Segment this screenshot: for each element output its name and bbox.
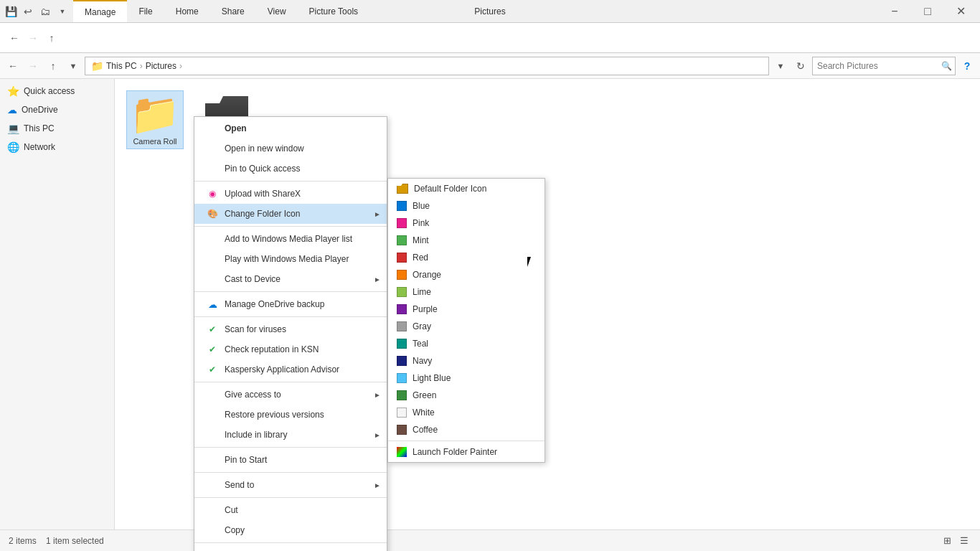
swatch-gray xyxy=(397,321,407,331)
address-dropdown-button[interactable]: ▼ xyxy=(772,57,789,75)
ribbon: ← → ↑ xyxy=(0,23,980,53)
cm-restore-icon xyxy=(206,408,219,421)
cm-open-new-window[interactable]: Open in new window xyxy=(194,138,387,159)
cm-open[interactable]: Open xyxy=(194,118,387,138)
cm-pin-icon xyxy=(206,162,219,175)
up-button[interactable]: ↑ xyxy=(43,29,60,47)
tab-file[interactable]: File xyxy=(127,0,164,22)
scm-teal[interactable]: Teal xyxy=(388,335,545,352)
cm-send-to-arrow: ► xyxy=(374,481,381,489)
address-path[interactable]: 📁 This PC › Pictures › xyxy=(85,57,769,75)
maximize-button[interactable]: □ xyxy=(911,0,944,23)
cm-sep-6 xyxy=(194,447,387,448)
forward-button[interactable]: → xyxy=(24,29,42,47)
quick-access-icon: ⭐ xyxy=(7,85,19,97)
search-input[interactable] xyxy=(813,61,938,71)
cm-play-wmp[interactable]: Play with Windows Media Player xyxy=(194,249,387,269)
details-view-button[interactable]: ☰ xyxy=(957,534,971,548)
search-box[interactable]: 🔍 xyxy=(812,57,956,75)
cm-cut[interactable]: Cut xyxy=(194,500,387,520)
scm-pink[interactable]: Pink xyxy=(388,215,545,232)
scm-navy[interactable]: Navy xyxy=(388,352,545,369)
scm-blue[interactable]: Blue xyxy=(388,197,545,215)
cm-send-to[interactable]: Send to ► xyxy=(194,475,387,495)
cm-cast-device[interactable]: Cast to Device ► xyxy=(194,269,387,289)
search-icon[interactable]: 🔍 xyxy=(938,57,955,75)
back-button[interactable]: ← xyxy=(6,29,23,47)
swatch-blue xyxy=(397,201,407,211)
scm-white[interactable]: White xyxy=(388,404,545,421)
cm-scan-label: Scan for viruses xyxy=(225,324,286,334)
network-icon: 🌐 xyxy=(7,141,19,153)
properties-toolbar-icon[interactable]: 🗂 xyxy=(37,4,53,19)
cm-change-folder-icon[interactable]: 🎨 Change Folder Icon ► xyxy=(194,204,387,224)
undo-icon[interactable]: ↩ xyxy=(20,4,36,19)
cm-pin-start[interactable]: Pin to Start xyxy=(194,450,387,470)
tab-picture-tools[interactable]: Picture Tools xyxy=(298,0,369,22)
tab-share[interactable]: Share xyxy=(210,0,256,22)
dropdown-arrow-icon[interactable]: ▼ xyxy=(55,4,70,19)
cm-check-ksn[interactable]: ✔ Check reputation in KSN xyxy=(194,339,387,359)
scm-mint[interactable]: Mint xyxy=(388,232,545,249)
cm-change-folder-arrow: ► xyxy=(374,210,381,218)
cm-send-to-label: Send to xyxy=(225,480,254,490)
cm-scan-viruses[interactable]: ✔ Scan for viruses xyxy=(194,319,387,339)
cm-upload-sharex[interactable]: ◉ Upload with ShareX xyxy=(194,184,387,204)
swatch-red xyxy=(397,253,407,263)
folder-item-camera-roll[interactable]: 📁 Camera Roll xyxy=(126,90,184,149)
tab-home[interactable]: Home xyxy=(164,0,210,22)
scm-lime[interactable]: Lime xyxy=(388,283,545,301)
back-nav-button[interactable]: ← xyxy=(4,57,22,75)
large-icons-view-button[interactable]: ⊞ xyxy=(940,534,954,548)
scm-coffee[interactable]: Coffee xyxy=(388,421,545,438)
cm-ksn-label: Check reputation in KSN xyxy=(225,344,319,354)
scm-green[interactable]: Green xyxy=(388,387,545,404)
cm-sep-5 xyxy=(194,382,387,382)
up-nav-button[interactable]: ↑ xyxy=(44,57,62,75)
scm-orange-label: Orange xyxy=(413,270,441,280)
swatch-lime xyxy=(397,287,407,297)
scm-light-blue[interactable]: Light Blue xyxy=(388,369,545,387)
path-icon: 📁 xyxy=(91,60,103,72)
scm-purple[interactable]: Purple xyxy=(388,301,545,318)
cm-include-library[interactable]: Include in library ► xyxy=(194,425,387,445)
cm-advisor-icon: ✔ xyxy=(206,363,219,376)
help-button[interactable]: ? xyxy=(958,57,976,75)
tab-view[interactable]: View xyxy=(256,0,298,22)
scm-launch-folder-painter[interactable]: Launch Folder Painter xyxy=(388,443,545,461)
refresh-button[interactable]: ↻ xyxy=(792,57,809,75)
cm-cut-label: Cut xyxy=(225,505,238,515)
cm-sep-4 xyxy=(194,316,387,317)
cm-restore-versions[interactable]: Restore previous versions xyxy=(194,405,387,425)
cm-create-shortcut[interactable]: Create shortcut xyxy=(194,545,387,551)
scm-light-blue-label: Light Blue xyxy=(413,373,451,383)
cm-pin-quick-access[interactable]: Pin to Quick access xyxy=(194,159,387,179)
sidebar: ⭐ Quick access ☁ OneDrive 💻 This PC 🌐 Ne… xyxy=(0,79,115,529)
cm-give-access-arrow: ► xyxy=(374,391,381,399)
cm-copy[interactable]: Copy xyxy=(194,520,387,540)
window-title: Pictures xyxy=(474,6,505,17)
recent-locations-button[interactable]: ▼ xyxy=(65,57,82,75)
minimize-button[interactable]: − xyxy=(878,0,911,23)
scm-gray[interactable]: Gray xyxy=(388,318,545,335)
cm-add-wmp-list[interactable]: Add to Windows Media Player list xyxy=(194,229,387,249)
forward-nav-button[interactable]: → xyxy=(24,57,42,75)
sidebar-item-network[interactable]: 🌐 Network xyxy=(0,138,114,156)
cm-copy-label: Copy xyxy=(225,525,245,535)
scm-default-folder[interactable]: Default Folder Icon xyxy=(388,180,545,197)
quick-save-icon[interactable]: 💾 xyxy=(3,4,19,19)
scm-orange[interactable]: Orange xyxy=(388,266,545,283)
scm-red[interactable]: Red xyxy=(388,249,545,266)
cm-give-access[interactable]: Give access to ► xyxy=(194,385,387,405)
cm-change-folder-label: Change Folder Icon xyxy=(225,209,300,219)
address-bar: ← → ↑ ▼ 📁 This PC › Pictures › ▼ ↻ 🔍 ? xyxy=(0,53,980,79)
cm-kaspersky-advisor[interactable]: ✔ Kaspersky Application Advisor xyxy=(194,359,387,380)
scm-mint-label: Mint xyxy=(413,235,429,245)
cm-manage-onedrive[interactable]: ☁ Manage OneDrive backup xyxy=(194,294,387,314)
tab-manage[interactable]: Manage xyxy=(73,0,127,22)
sidebar-item-onedrive[interactable]: ☁ OneDrive xyxy=(0,100,114,119)
cm-sep-2 xyxy=(194,226,387,227)
sidebar-item-this-pc[interactable]: 💻 This PC xyxy=(0,119,114,138)
close-button[interactable]: ✕ xyxy=(944,0,977,23)
sidebar-item-quick-access[interactable]: ⭐ Quick access xyxy=(0,82,114,100)
